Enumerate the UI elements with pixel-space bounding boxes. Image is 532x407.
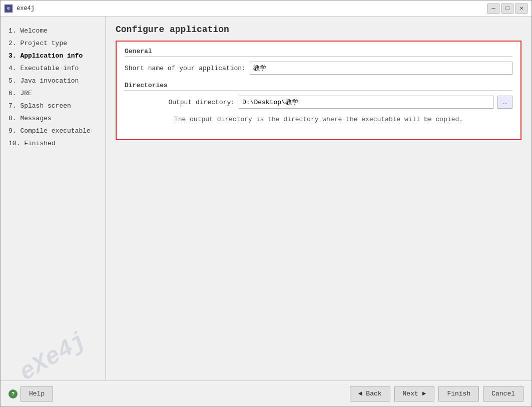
footer-right: ◄ Back Next ► Finish Cancel	[350, 386, 523, 401]
main-content: 1. Welcome 2. Project type 3. Applicatio…	[1, 17, 531, 380]
sidebar-item-splash-screen[interactable]: 7. Splash screen	[1, 100, 105, 112]
directories-section: Directories Output directory: ... The ou…	[125, 82, 512, 126]
short-name-input[interactable]	[250, 62, 512, 75]
back-button[interactable]: ◄ Back	[350, 386, 390, 401]
app-icon: e	[5, 5, 13, 13]
next-button[interactable]: Next ►	[394, 386, 435, 401]
page-title: Configure application	[106, 17, 531, 41]
panel-body: General Short name of your application: …	[106, 41, 531, 380]
sidebar-item-finished[interactable]: 10. Finished	[1, 137, 105, 150]
output-dir-row: Output directory: ...	[125, 96, 512, 109]
cancel-button[interactable]: Cancel	[483, 386, 523, 401]
window-title: exe4j	[17, 5, 487, 12]
output-dir-label: Output directory:	[125, 99, 235, 106]
sidebar-item-executable-info[interactable]: 4. Executable info	[1, 62, 105, 75]
right-panel: Configure application General Short name…	[106, 17, 531, 380]
sidebar-item-compile-executable[interactable]: 9. Compile executable	[1, 125, 105, 137]
main-window: e exe4j — □ ✕ 1. Welcome 2. Project type…	[0, 0, 532, 407]
footer-left: ? Help	[9, 386, 346, 401]
general-legend: General	[125, 48, 512, 57]
browse-button[interactable]: ...	[497, 96, 512, 109]
sidebar-watermark: eXe4j	[1, 319, 105, 380]
help-icon: ?	[9, 389, 18, 398]
close-button[interactable]: ✕	[515, 4, 527, 14]
sidebar-item-project-type[interactable]: 2. Project type	[1, 37, 105, 50]
output-dir-input[interactable]	[239, 96, 493, 109]
directories-legend: Directories	[125, 82, 512, 91]
short-name-row: Short name of your application:	[125, 62, 512, 75]
short-name-label: Short name of your application:	[125, 65, 246, 72]
window-controls: — □ ✕	[487, 4, 527, 14]
general-section: General Short name of your application:	[125, 48, 512, 75]
sidebar-item-java-invocation[interactable]: 5. Java invocation	[1, 75, 105, 87]
footer: ? Help ◄ Back Next ► Finish Cancel	[1, 380, 531, 406]
titlebar: e exe4j — □ ✕	[1, 1, 531, 17]
help-button[interactable]: Help	[21, 386, 53, 401]
sidebar-item-messages[interactable]: 8. Messages	[1, 112, 105, 125]
sidebar-item-jre[interactable]: 6. JRE	[1, 87, 105, 100]
sidebar: 1. Welcome 2. Project type 3. Applicatio…	[1, 17, 106, 380]
finish-button[interactable]: Finish	[438, 386, 479, 401]
minimize-button[interactable]: —	[487, 4, 499, 14]
output-dir-hint: The output directory is the directory wh…	[125, 114, 512, 126]
sidebar-item-application-info[interactable]: 3. Application info	[1, 50, 105, 62]
sidebar-item-welcome[interactable]: 1. Welcome	[1, 25, 105, 37]
config-box: General Short name of your application: …	[116, 41, 521, 140]
maximize-button[interactable]: □	[501, 4, 513, 14]
